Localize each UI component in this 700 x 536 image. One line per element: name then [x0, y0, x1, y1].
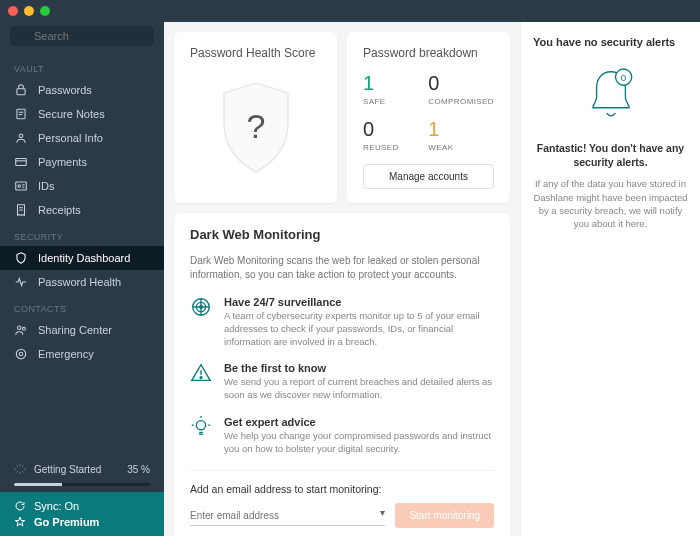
svg-point-15	[18, 326, 22, 330]
life-ring-icon	[14, 347, 28, 361]
sidebar-section-contacts: CONTACTS	[0, 294, 164, 318]
getting-started-label: Getting Started	[34, 464, 119, 475]
sidebar-item-ids[interactable]: IDs	[0, 174, 164, 198]
breakdown-weak: 1 WEAK	[428, 118, 494, 152]
sidebar-item-emergency[interactable]: Emergency	[0, 342, 164, 366]
sidebar-item-secure-notes[interactable]: Secure Notes	[0, 102, 164, 126]
feature-title: Be the first to know	[224, 362, 494, 374]
feature-description: We send you a report of current breaches…	[224, 376, 494, 402]
getting-started-row[interactable]: Getting Started 35 %	[0, 455, 164, 483]
password-health-score-card: Password Health Score ?	[174, 32, 337, 203]
sidebar-item-payments[interactable]: Payments	[0, 150, 164, 174]
feature-title: Have 24/7 surveillance	[224, 296, 494, 308]
svg-point-18	[19, 352, 23, 356]
sidebar-item-label: Passwords	[38, 84, 92, 96]
window-close-button[interactable]	[8, 6, 18, 16]
svg-point-16	[22, 327, 25, 330]
alerts-panel-title: You have no security alerts	[533, 36, 688, 48]
card-title: Password breakdown	[363, 46, 494, 60]
alerts-body-text: If any of the data you have stored in Da…	[533, 177, 688, 230]
pulse-icon	[14, 275, 28, 289]
getting-started-progress	[14, 483, 150, 486]
feature-description: We help you change your compromised pass…	[224, 430, 494, 456]
breakdown-label: COMPROMISED	[428, 97, 494, 106]
email-prompt-label: Add an email address to start monitoring…	[190, 483, 494, 495]
go-premium-row[interactable]: Go Premium	[14, 514, 150, 530]
svg-point-10	[18, 185, 20, 187]
sidebar-item-label: Identity Dashboard	[38, 252, 130, 264]
svg-rect-2	[17, 89, 25, 95]
feature-surveillance: Have 24/7 surveillance A team of cyberse…	[190, 296, 494, 348]
people-icon	[14, 323, 28, 337]
sidebar-item-label: Personal Info	[38, 132, 103, 144]
dark-web-description: Dark Web Monitoring scans the web for le…	[190, 254, 494, 282]
receipt-icon	[14, 203, 28, 217]
sync-label: Sync: On	[34, 500, 79, 512]
sidebar-item-label: Payments	[38, 156, 87, 168]
breakdown-label: WEAK	[428, 143, 494, 152]
sync-row[interactable]: Sync: On	[14, 498, 150, 514]
svg-point-26	[196, 421, 205, 430]
breakdown-value: 1	[428, 118, 494, 141]
score-question-mark: ?	[246, 107, 265, 145]
score-shield: ?	[216, 80, 296, 175]
shield-icon	[14, 251, 28, 265]
note-icon	[14, 107, 28, 121]
dark-web-title: Dark Web Monitoring	[190, 227, 494, 242]
feature-description: A team of cybersecurity experts monitor …	[224, 310, 494, 348]
window-titlebar	[0, 0, 700, 22]
search-input[interactable]	[10, 26, 154, 46]
alerts-headline: Fantastic! You don't have any security a…	[533, 142, 688, 169]
sidebar-item-label: Emergency	[38, 348, 94, 360]
password-breakdown-card: Password breakdown 1 SAFE 0 COMPROMISED …	[347, 32, 510, 203]
star-icon	[14, 516, 26, 528]
sidebar-section-vault: VAULT	[0, 54, 164, 78]
email-input[interactable]	[190, 506, 385, 526]
svg-point-25	[200, 377, 202, 379]
sidebar-item-sharing-center[interactable]: Sharing Center	[0, 318, 164, 342]
person-icon	[14, 131, 28, 145]
window-maximize-button[interactable]	[40, 6, 50, 16]
svg-point-6	[19, 134, 23, 138]
sparkle-icon	[14, 463, 26, 475]
sidebar-item-label: IDs	[38, 180, 55, 192]
feature-title: Get expert advice	[224, 416, 494, 428]
go-premium-label: Go Premium	[34, 516, 99, 528]
radar-icon	[190, 296, 212, 318]
dark-web-monitoring-card: Dark Web Monitoring Dark Web Monitoring …	[174, 213, 510, 536]
window-minimize-button[interactable]	[24, 6, 34, 16]
start-monitoring-button[interactable]: Start monitoring	[395, 503, 494, 528]
breakdown-value: 0	[428, 72, 494, 95]
bell-illustration: 0	[584, 66, 638, 126]
breakdown-label: SAFE	[363, 97, 408, 106]
email-monitoring-section: Add an email address to start monitoring…	[190, 470, 494, 528]
breakdown-safe: 1 SAFE	[363, 72, 408, 106]
sidebar-item-label: Secure Notes	[38, 108, 105, 120]
sidebar-section-security: SECURITY	[0, 222, 164, 246]
lightbulb-icon	[190, 416, 212, 438]
breakdown-label: REUSED	[363, 143, 408, 152]
breakdown-value: 1	[363, 72, 408, 95]
breakdown-value: 0	[363, 118, 408, 141]
card-title: Password Health Score	[190, 46, 321, 60]
feature-expert-advice: Get expert advice We help you change you…	[190, 416, 494, 456]
sidebar-item-identity-dashboard[interactable]: Identity Dashboard	[0, 246, 164, 270]
sidebar-item-label: Password Health	[38, 276, 121, 288]
sidebar-item-passwords[interactable]: Passwords	[0, 78, 164, 102]
main-content: Password Health Score ? Password breakdo…	[164, 22, 520, 536]
sidebar: VAULT Passwords Secure Notes Personal In…	[0, 22, 164, 536]
alert-count-badge: 0	[620, 72, 626, 83]
sync-icon	[14, 500, 26, 512]
sidebar-item-receipts[interactable]: Receipts	[0, 198, 164, 222]
sidebar-item-label: Sharing Center	[38, 324, 112, 336]
svg-point-17	[16, 349, 25, 358]
manage-accounts-button[interactable]: Manage accounts	[363, 164, 494, 189]
card-icon	[14, 155, 28, 169]
breakdown-reused: 0 REUSED	[363, 118, 408, 152]
id-icon	[14, 179, 28, 193]
lock-icon	[14, 83, 28, 97]
sidebar-item-password-health[interactable]: Password Health	[0, 270, 164, 294]
sidebar-item-personal-info[interactable]: Personal Info	[0, 126, 164, 150]
feature-first-to-know: Be the first to know We send you a repor…	[190, 362, 494, 402]
dropdown-caret-icon[interactable]: ▾	[380, 507, 385, 518]
